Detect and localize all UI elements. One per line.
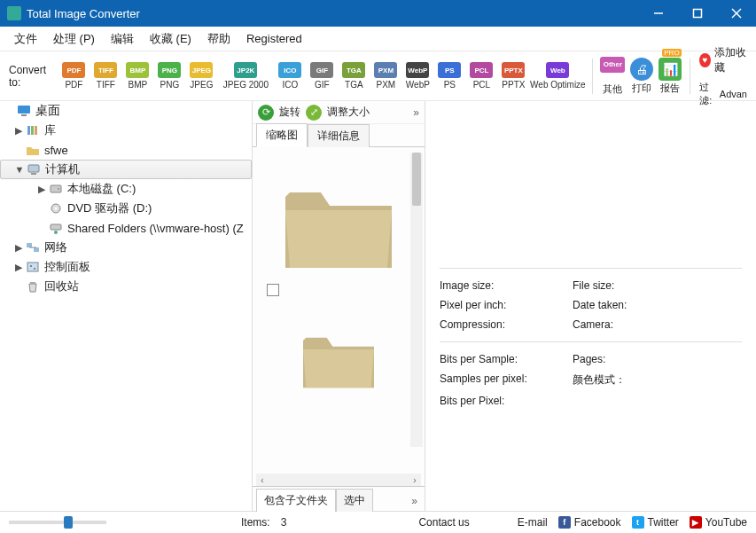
convert-to-label: Convert to: xyxy=(9,64,50,89)
folder-tree: 桌面 ▶库sfwe▼计算机▶本地磁盘 (C:)DVD 驱动器 (D:)Share… xyxy=(0,101,253,511)
format-tiff[interactable]: TIFFTIFF xyxy=(90,62,121,90)
tab-thumbnail[interactable]: 缩略图 xyxy=(256,123,308,147)
format-badge-icon: TGA xyxy=(342,62,365,78)
format-badge-icon: WebP xyxy=(406,62,429,78)
window-title: Total Image Converter xyxy=(27,7,140,20)
tab-detail[interactable]: 详细信息 xyxy=(308,124,370,147)
format-badge-icon: PCL xyxy=(470,62,493,78)
tree-twisty-icon[interactable]: ▶ xyxy=(12,242,25,254)
label-camera: Camera: xyxy=(573,318,705,331)
format-tga[interactable]: TGATGA xyxy=(339,62,369,90)
rotate-button[interactable]: 旋转 xyxy=(279,105,300,120)
menu-registered[interactable]: Registered xyxy=(239,28,309,49)
tree-node-dvd-d-[interactable]: DVD 驱动器 (D:) xyxy=(0,199,252,218)
maximize-button[interactable] xyxy=(678,0,717,27)
format-pxm[interactable]: PXMPXM xyxy=(370,62,401,90)
thumbnail-checkbox[interactable] xyxy=(267,284,279,296)
horizontal-scrollbar[interactable]: ‹› xyxy=(256,474,421,486)
tree-root-desktop[interactable]: 桌面 xyxy=(0,101,252,121)
label-bits-per-pixel: Bits per Pixel: xyxy=(440,395,573,407)
svg-rect-7 xyxy=(31,126,34,135)
facebook-icon: f xyxy=(558,516,571,529)
tree-node--c-[interactable]: ▶本地磁盘 (C:) xyxy=(0,179,252,199)
menu-help[interactable]: 帮助 xyxy=(200,27,238,51)
tree-twisty-icon[interactable]: ▶ xyxy=(35,184,48,195)
printer-icon: 🖨 xyxy=(630,58,653,81)
tree-node--[interactable]: ▶控制面板 xyxy=(0,257,252,277)
format-ico[interactable]: ICOICO xyxy=(275,62,305,90)
format-png[interactable]: PNGPNG xyxy=(154,62,184,90)
folder-user-icon xyxy=(25,143,41,157)
chevron-right-icon[interactable]: » xyxy=(411,495,421,511)
folder-thumbnail[interactable] xyxy=(277,170,401,277)
svg-rect-6 xyxy=(27,126,30,135)
contact-us-link[interactable]: Contact us xyxy=(418,516,469,529)
close-button[interactable] xyxy=(717,0,756,27)
format-bmp[interactable]: BMPBMP xyxy=(122,62,152,90)
svg-rect-18 xyxy=(34,247,39,252)
vertical-scrollbar[interactable] xyxy=(410,153,423,447)
status-bar: Items: 3 Contact us E-mail fFacebook tTw… xyxy=(0,511,756,533)
chevron-right-icon[interactable]: » xyxy=(413,106,419,119)
label-pages: Pages: xyxy=(573,353,705,365)
filter-value[interactable]: Advan xyxy=(720,89,747,99)
library-icon xyxy=(25,123,41,137)
svg-rect-10 xyxy=(31,173,36,175)
zoom-slider[interactable] xyxy=(9,521,106,524)
add-favorite-button[interactable]: ♥ 添加收藏 xyxy=(699,45,747,75)
format-badge-icon: PNG xyxy=(158,62,181,78)
format-ps[interactable]: PSPS xyxy=(434,62,464,90)
dvd-icon xyxy=(48,201,64,216)
menu-edit[interactable]: 编辑 xyxy=(104,27,141,51)
menu-process[interactable]: 处理 (P) xyxy=(46,27,102,51)
format-webp[interactable]: WebPWebP xyxy=(402,62,433,90)
tree-twisty-icon[interactable]: ▶ xyxy=(12,262,25,273)
format-jpeg-2000[interactable]: JP2KJPEG 2000 xyxy=(218,62,273,90)
resize-icon[interactable]: ⤢ xyxy=(306,105,322,121)
other-icon: Other xyxy=(600,57,625,73)
svg-point-16 xyxy=(54,231,58,234)
computer-icon xyxy=(26,162,42,176)
tab-subfolders[interactable]: 包含子文件夹 xyxy=(256,489,336,512)
label-color-mode: 颜色模式： xyxy=(573,372,705,388)
format-pcl[interactable]: PCLPCL xyxy=(466,62,496,90)
twitter-link[interactable]: tTwitter xyxy=(632,516,679,529)
rotate-icon[interactable]: ⟳ xyxy=(258,105,274,121)
facebook-link[interactable]: fFacebook xyxy=(558,516,621,529)
svg-point-14 xyxy=(55,208,58,210)
title-bar: Total Image Converter xyxy=(0,0,756,27)
format-pdf[interactable]: PDFPDF xyxy=(58,62,89,90)
tree-twisty-icon[interactable]: ▶ xyxy=(12,125,25,137)
resize-button[interactable]: 调整大小 xyxy=(327,105,370,120)
tree-node-sfwe[interactable]: sfwe xyxy=(0,140,252,160)
tab-checked[interactable]: 选中 xyxy=(336,489,373,512)
menu-bar: 文件 处理 (P) 编辑 收藏 (E) 帮助 Registered xyxy=(0,27,756,51)
tree-node--[interactable]: ▶网络 xyxy=(0,238,252,257)
format-gif[interactable]: GIFGIF xyxy=(307,62,337,90)
tree-node-shared-folders-vmware-host-z[interactable]: Shared Folders (\\vmware-host) (Z xyxy=(0,218,252,238)
app-icon xyxy=(7,6,21,20)
tree-twisty-icon[interactable]: ▼ xyxy=(13,164,26,175)
folder-thumbnail[interactable] xyxy=(277,323,401,394)
tree-node--[interactable]: ▶库 xyxy=(0,121,252,140)
email-link[interactable]: E-mail xyxy=(518,516,548,529)
svg-point-12 xyxy=(58,188,59,190)
label-file-size: File size: xyxy=(573,279,705,292)
label-image-size: Image size: xyxy=(440,279,573,292)
report-button[interactable]: PRO 📊 报告 xyxy=(658,58,682,95)
twitter-icon: t xyxy=(632,516,644,529)
disk-icon xyxy=(48,182,64,196)
tree-node--[interactable]: 回收站 xyxy=(0,277,252,296)
netdrive-icon xyxy=(48,221,64,235)
tree-node--[interactable]: ▼计算机 xyxy=(0,160,252,179)
menu-favorites[interactable]: 收藏 (E) xyxy=(143,27,199,51)
format-web-optimize[interactable]: WebWeb Optimize xyxy=(530,62,585,90)
label-samples-per-pixel: Samples per pixel: xyxy=(440,372,573,388)
youtube-link[interactable]: ▶YouTube xyxy=(690,516,747,529)
other-button[interactable]: Other 其他 xyxy=(600,57,625,96)
menu-file[interactable]: 文件 xyxy=(7,27,44,51)
minimize-button[interactable] xyxy=(639,0,678,27)
print-button[interactable]: 🖨 打印 xyxy=(629,58,654,95)
format-jpeg[interactable]: JPEGJPEG xyxy=(186,62,216,90)
format-pptx[interactable]: PPTXPPTX xyxy=(498,62,528,90)
